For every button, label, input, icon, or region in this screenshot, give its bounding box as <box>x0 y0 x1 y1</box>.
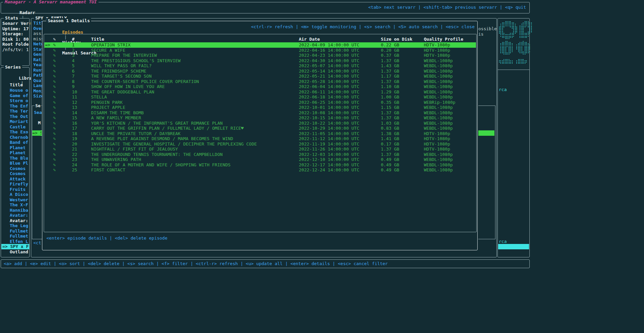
episode-row-11[interactable]: ✎11STELLA2022-06-18 14:00:00 UTC1.00 GBW… <box>44 94 476 100</box>
episode-row-20[interactable]: ✎20INVESTIGATE THE GENERAL HOSPITAL / DE… <box>44 141 476 147</box>
episode-air-date: 2022-10-29 14:00:00 UTC <box>299 126 359 131</box>
episode-size: 0.22 GB <box>381 42 399 48</box>
episode-number: 19 <box>72 136 77 141</box>
episode-title: A REVENGE PLOT AGAINST DESMOND / MAMA BE… <box>91 136 233 141</box>
series-item-moriart[interactable]: Moriart <box>1 119 29 124</box>
series-field-fragment: Title <box>33 20 42 26</box>
episode-air-date: 2022-12-10 14:00:00 UTC <box>299 157 359 162</box>
series-item-band-of[interactable]: Band of <box>1 140 29 145</box>
monitored-column-icon: ✎ <box>53 37 56 42</box>
selected-season-row-fragment-left[interactable]: => S <box>32 130 42 136</box>
series-item-cosmos[interactable]: Cosmos <box>1 171 29 176</box>
series-item-the-leg[interactable]: The Leg <box>1 223 29 228</box>
series-item-spy-x-f[interactable]: => SPY x F <box>1 244 29 249</box>
monitored-icon: ✎ <box>53 42 56 48</box>
series-item-attack[interactable]: Attack <box>1 176 29 182</box>
seasons-box-border-right <box>495 106 495 239</box>
episode-row-3[interactable]: ✎3PREPARE FOR THE INTERVIEW2022-04-23 14… <box>44 53 476 58</box>
logo-art-line: ⢠⣶⣿⣶⡄⢀⣴⣾⣶⣄⠀ <box>498 40 534 46</box>
series-item-the-x-f[interactable]: The X-F <box>1 202 29 208</box>
episode-title: SECURE A WIFE <box>91 48 125 53</box>
episode-quality: HDTV-1080p <box>424 53 450 58</box>
monitored-icon: ✎ <box>53 48 56 53</box>
series-item-outland[interactable]: Outland <box>1 249 29 255</box>
series-item-game-of[interactable]: Game of <box>1 93 29 98</box>
episode-title: THE ROLE OF A MOTHER AND WIFE / SHOPPING… <box>91 162 231 168</box>
series-item-fruits[interactable]: Fruits <box>1 187 29 192</box>
series-item-blue-pl[interactable]: Blue Pl <box>1 161 29 166</box>
series-item-avatar[interactable]: Avatar: <box>1 218 29 223</box>
episode-air-date: 2022-05-21 14:00:00 UTC <box>299 74 359 79</box>
series-item-cosmos[interactable]: Cosmos <box>1 166 29 171</box>
series-item-the-blu[interactable]: The Blu <box>1 156 29 161</box>
episode-title: WILL THEY PASS OR FAIL? <box>91 63 152 69</box>
episode-size: 1.10 GB <box>381 84 399 89</box>
episode-air-date: 2022-06-04 14:00:00 UTC <box>299 84 359 89</box>
series-item-elfen-l[interactable]: Elfen L <box>1 239 29 244</box>
right-selection-block <box>498 244 529 249</box>
episode-row-5[interactable]: ✎5WILL THEY PASS OR FAIL?2022-05-07 14:0… <box>44 63 476 69</box>
stat-line: Storage: <box>2 31 29 37</box>
episode-row-1[interactable]: =>✎1OPERATION STRIX2022-04-09 14:00:00 U… <box>44 42 476 48</box>
series-field-fragment: Langu <box>33 83 42 88</box>
episode-row-13[interactable]: ✎13PROJECT APPLE2022-10-01 14:00:00 UTC1… <box>44 105 476 110</box>
episode-row-7[interactable]: ✎7THE TARGET'S SECOND SON2022-05-21 14:0… <box>44 74 476 79</box>
episode-number: 10 <box>72 89 77 95</box>
episode-row-15[interactable]: ✎15A NEW FAMILY MEMBER2022-10-15 14:00:0… <box>44 115 476 121</box>
episode-row-8[interactable]: ✎8THE COUNTER-SECRET POLICE COVER OPERAT… <box>44 79 476 84</box>
series-item-planet[interactable]: Planet <box>1 150 29 156</box>
episode-row-12[interactable]: ✎12PENGUIN PARK2022-06-25 14:00:00 UTC0.… <box>44 100 476 105</box>
series-item-hanniba[interactable]: Hanniba <box>1 208 29 213</box>
series-item-firefly[interactable]: Firefly <box>1 181 29 187</box>
series-item-a-disco[interactable]: A Disco <box>1 192 29 197</box>
series-item-the-ter[interactable]: The Ter <box>1 109 29 114</box>
series-item-chernob[interactable]: Chernob <box>1 135 29 140</box>
header-panel: Managarr - A Servarr management TUI Rada… <box>1 2 530 13</box>
episode-row-17[interactable]: ✎17CARRY OUT THE GRIFFIN PLAN / FULLMETA… <box>44 126 476 131</box>
episode-row-19[interactable]: ✎19A REVENGE PLOT AGAINST DESMOND / MAMA… <box>44 136 476 141</box>
series-field-fragment: Overv <box>33 26 42 31</box>
episode-row-18[interactable]: ✎18UNCLE THE PRIVATE TUTOR / DAYBREAK202… <box>44 131 476 136</box>
episode-row-4[interactable]: ✎4THE PRESTIGIOUS SCHOOL'S INTERVIEW2022… <box>44 58 476 64</box>
logo-art-line: ⢿⣧⣀⣠⣼⠟⢸⣿⣤⡾⠃ <box>498 30 534 35</box>
series-field-fragment: missi <box>33 36 42 42</box>
series-item-fullmet[interactable]: Fullmet <box>1 234 29 239</box>
episode-row-6[interactable]: ✎6THE FRIENDSHIP SCHEME2022-05-14 14:00:… <box>44 69 476 74</box>
series-item-castle[interactable]: Castle <box>1 124 29 130</box>
monitored-icon: ✎ <box>53 131 56 136</box>
episode-size: 0.35 GB <box>381 100 399 105</box>
app-title: Managarr - A Servarr management TUI <box>3 0 98 5</box>
series-item-westwor[interactable]: Westwor <box>1 197 29 203</box>
episode-quality: WEBDL-1080p <box>424 89 453 95</box>
monitored-icon: ✎ <box>53 100 56 105</box>
series-field-fragment: Netwo <box>33 41 42 47</box>
episode-row-24[interactable]: ✎24THE ROLE OF A MOTHER AND WIFE / SHOPP… <box>44 162 476 168</box>
episode-row-23[interactable]: ✎23THE UNWAVERING PATH2022-12-10 14:00:0… <box>44 157 476 162</box>
episode-row-14[interactable]: ✎14DISARM THE TIME BOMB2022-10-08 14:00:… <box>44 110 476 116</box>
series-item-storm-o[interactable]: Storm o <box>1 98 29 103</box>
episode-quality: WEBDL-1080p <box>424 167 453 173</box>
episode-row-21[interactable]: ✎21NIGHTFALL / FIRST FIT OF JEALOUSY2022… <box>44 147 476 152</box>
episode-air-date: 2022-04-23 14:00:00 UTC <box>299 53 359 58</box>
series-item-the-exo[interactable]: The Exo <box>1 129 29 135</box>
episode-quality: HDTV-1080p <box>424 136 450 141</box>
episode-row-9[interactable]: ✎9SHOW OFF HOW IN LOVE YOU ARE2022-06-04… <box>44 84 476 89</box>
episode-row-22[interactable]: ✎22THE UNDERGROUND TENNIS TOURNAMENT: TH… <box>44 152 476 157</box>
episode-row-16[interactable]: ✎16YOR'S KITCHEN / THE INFORMANT'S GREAT… <box>44 121 476 126</box>
tab-radarr[interactable]: Radarr <box>19 10 35 15</box>
episode-row-2[interactable]: ✎2SECURE A WIFE2022-04-16 14:00:00 UTC0.… <box>44 48 476 53</box>
monitored-icon: ✎ <box>53 74 56 79</box>
series-item-planet[interactable]: Planet <box>1 145 29 151</box>
episode-number: 22 <box>72 152 77 157</box>
series-item-the-out[interactable]: The Out <box>1 114 29 119</box>
series-item-avatar[interactable]: Avatar: <box>1 213 29 218</box>
episode-title: STELLA <box>91 94 107 100</box>
episode-size: 1.15 GB <box>381 105 399 110</box>
episode-number: 21 <box>72 147 77 152</box>
episode-title: INVESTIGATE THE GENERAL HOSPITAL / DECIP… <box>91 141 257 147</box>
series-item-fullmet[interactable]: Fullmet <box>1 228 29 234</box>
series-item-house-o[interactable]: House o <box>1 88 29 93</box>
series-item-the-enf[interactable]: The Enf <box>1 103 29 109</box>
episode-row-10[interactable]: ✎10THE GREAT DODGEBALL PLAN2022-06-11 14… <box>44 89 476 95</box>
episode-row-25[interactable]: ✎25FIRST CONTACT2022-12-24 14:00:00 UTC0… <box>44 167 476 173</box>
